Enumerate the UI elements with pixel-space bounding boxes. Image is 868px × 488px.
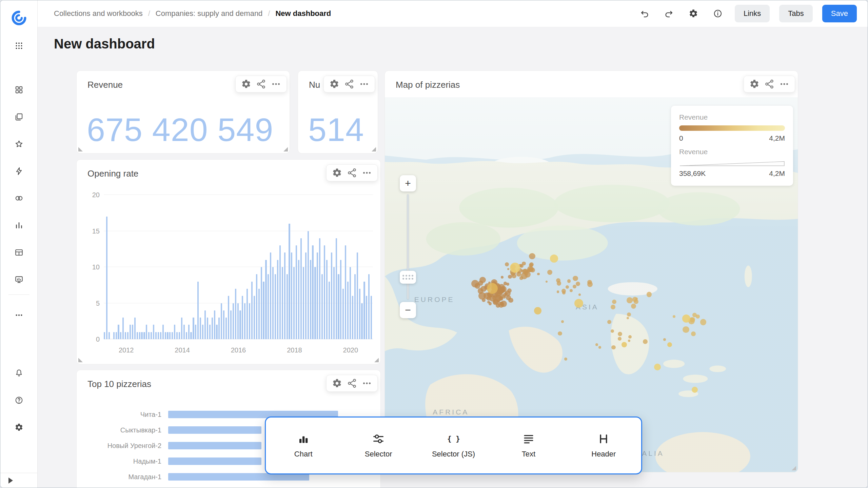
share-icon — [344, 79, 354, 89]
sidebar-more-button[interactable] — [12, 308, 26, 323]
bar — [104, 332, 105, 339]
bar — [200, 318, 201, 339]
notifications-button[interactable] — [12, 366, 26, 381]
sidebar-item-favorites[interactable] — [12, 137, 26, 151]
resize-handle[interactable] — [78, 147, 83, 151]
collapse-sidebar-icon[interactable] — [8, 477, 13, 484]
settings-button[interactable] — [12, 420, 26, 435]
ellipsis-icon — [779, 79, 789, 89]
bar — [289, 224, 290, 339]
resize-handle[interactable] — [283, 147, 288, 151]
widget-share-button[interactable] — [764, 79, 774, 89]
widget-settings-button[interactable] — [241, 79, 251, 89]
map-point — [534, 307, 541, 314]
gear-icon — [749, 79, 760, 89]
save-button[interactable]: Save — [822, 5, 857, 22]
bar — [324, 245, 325, 339]
map-point — [499, 288, 504, 293]
bar — [209, 325, 211, 339]
sidebar-item-quick-actions[interactable] — [12, 164, 26, 179]
bar — [303, 267, 304, 339]
bar — [282, 267, 283, 339]
resize-handle[interactable] — [372, 147, 376, 151]
bar — [120, 332, 121, 339]
widget-share-button[interactable] — [256, 79, 266, 89]
map-point — [663, 338, 666, 341]
widget-share-button[interactable] — [347, 168, 357, 178]
tabs-button[interactable]: Tabs — [779, 5, 812, 22]
widget-settings-button[interactable] — [332, 378, 342, 388]
bar — [127, 332, 129, 339]
ellipsis-icon — [362, 378, 372, 388]
zoom-out-button[interactable]: − — [400, 302, 416, 318]
legend-color-max: 4,2M — [769, 134, 785, 142]
widget-more-button[interactable] — [779, 79, 789, 89]
map-viewport[interactable]: EUROPEASIAAFRICAAUSTRALIA + − — [385, 97, 798, 472]
bar — [277, 260, 278, 339]
y-axis-tick: 0 — [84, 336, 100, 343]
bar — [293, 267, 295, 339]
sidebar-item-charts[interactable] — [12, 218, 26, 233]
apps-grid-button[interactable] — [12, 38, 26, 53]
widget-settings-button[interactable] — [749, 79, 760, 89]
map-point — [537, 273, 539, 275]
widget-settings-button[interactable] — [332, 168, 342, 178]
widget-more-button[interactable] — [362, 378, 372, 388]
widget-more-button[interactable] — [359, 79, 369, 89]
bar — [287, 274, 288, 339]
sidebar-item-datasets[interactable] — [12, 245, 26, 260]
sidebar-item-connections[interactable] — [12, 191, 26, 206]
map-point — [478, 292, 486, 300]
bar — [125, 332, 126, 339]
resize-handle[interactable] — [374, 358, 379, 362]
bar — [321, 274, 323, 339]
widget-map[interactable]: Map of pizzerias — [384, 70, 798, 472]
add-text-button[interactable]: Text — [491, 418, 566, 473]
zoom-slider[interactable] — [400, 194, 416, 299]
widget-share-button[interactable] — [344, 79, 354, 89]
breadcrumb-workbook[interactable]: Companies: supply and demand — [156, 9, 263, 18]
datalens-logo-icon[interactable] — [11, 10, 27, 26]
sidebar-item-collections[interactable] — [12, 109, 26, 124]
widget-settings-button[interactable] — [329, 79, 339, 89]
widget-counter[interactable]: Nu 514 — [298, 70, 378, 154]
dashboard-canvas: New dashboard Revenue 675 420 549 Nu — [38, 27, 868, 488]
undo-button[interactable] — [637, 6, 652, 21]
widget-opening-rate[interactable]: Opening rate 051015202012201420162018202… — [76, 159, 381, 364]
map-point — [523, 269, 528, 273]
map-point — [557, 290, 559, 293]
bar — [333, 267, 335, 339]
bar — [160, 332, 161, 339]
add-selector-js-button[interactable]: Selector (JS) — [416, 418, 491, 473]
add-selector-button[interactable]: Selector — [341, 418, 416, 473]
help-button[interactable] — [12, 393, 26, 408]
ellipsis-icon — [271, 79, 281, 89]
widget-revenue[interactable]: Revenue 675 420 549 — [76, 70, 290, 154]
resize-handle[interactable] — [78, 358, 83, 362]
map-point — [497, 300, 500, 303]
map-point — [529, 253, 535, 260]
redo-button[interactable] — [662, 6, 676, 21]
bar — [310, 260, 311, 339]
zoom-in-button[interactable]: + — [400, 175, 416, 191]
sidebar-item-dashboards[interactable] — [12, 82, 26, 97]
question-icon — [15, 396, 23, 405]
sidebar-item-presentations[interactable] — [12, 272, 26, 287]
map-point — [611, 305, 615, 309]
widget-more-button[interactable] — [362, 168, 372, 178]
map-point — [628, 335, 632, 339]
bar — [317, 252, 318, 339]
dashboard-settings-button[interactable] — [686, 6, 701, 21]
zoom-handle[interactable] — [400, 271, 416, 284]
breadcrumb-collections[interactable]: Collections and workbooks — [54, 9, 143, 18]
add-chart-button[interactable]: Chart — [266, 418, 341, 473]
gear-icon — [329, 79, 339, 89]
map-point — [507, 268, 509, 270]
widget-more-button[interactable] — [271, 79, 281, 89]
info-button[interactable] — [710, 6, 725, 21]
widget-share-button[interactable] — [347, 378, 357, 388]
map-point — [501, 276, 504, 279]
layers-icon — [15, 113, 23, 121]
add-header-button[interactable]: Header — [566, 418, 641, 473]
links-button[interactable]: Links — [735, 5, 770, 22]
